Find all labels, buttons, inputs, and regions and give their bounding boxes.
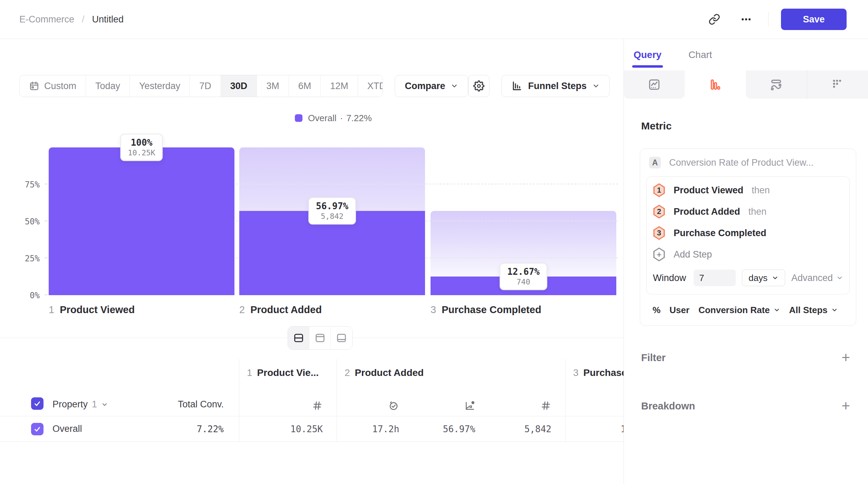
- table-header-row: Property 1 Total Conv. 1 Product Vie...: [0, 359, 624, 416]
- chart-settings-button[interactable]: [468, 75, 490, 97]
- measure-entity-select[interactable]: User: [669, 305, 689, 316]
- view-toggle-group: [288, 326, 353, 350]
- step-hexagon-badge: 2: [653, 205, 665, 219]
- column-step-number: 1: [247, 367, 252, 378]
- chart-type-flows[interactable]: [746, 70, 807, 99]
- table-row-left: Overall 7.22%: [0, 416, 239, 442]
- tab-chart[interactable]: Chart: [688, 39, 712, 70]
- date-preset-yesterday[interactable]: Yesterday: [130, 75, 190, 97]
- add-breakdown-button[interactable]: +: [841, 399, 850, 413]
- date-preset-12m[interactable]: 12M: [321, 75, 358, 97]
- filter-section: Filter +: [624, 345, 868, 370]
- metric-count-header[interactable]: [489, 400, 565, 411]
- measure-entity: User: [669, 305, 689, 316]
- check-icon: [33, 400, 41, 407]
- date-preset-6m[interactable]: 6M: [289, 75, 321, 97]
- tab-query[interactable]: Query: [634, 39, 662, 70]
- add-step-button[interactable]: + Add Step: [653, 244, 843, 265]
- view-toggle-table-only[interactable]: [331, 327, 352, 349]
- step-connector: then: [748, 206, 766, 217]
- metric-rate-header[interactable]: [413, 400, 489, 411]
- chart-type-line[interactable]: [624, 70, 685, 99]
- breakdown-section: Breakdown +: [624, 393, 868, 419]
- date-preset-3m[interactable]: 3M: [257, 75, 289, 97]
- y-axis-label: 75%: [18, 180, 40, 190]
- date-preset-30d[interactable]: 30D: [221, 75, 257, 97]
- date-preset-today[interactable]: Today: [86, 75, 130, 97]
- metric-time-header[interactable]: [566, 400, 624, 411]
- badge-percent: 12.67%: [507, 267, 540, 277]
- date-preset-7d[interactable]: 7D: [190, 75, 221, 97]
- cell-step2-count: 5,842: [489, 424, 565, 434]
- funnel-bar-step-3[interactable]: 12.67% 740: [431, 147, 616, 295]
- compare-button[interactable]: Compare: [395, 75, 468, 97]
- funnel-steps-card: 1 Product Viewed then 2 Product Added th…: [646, 176, 850, 294]
- header-divider: [768, 12, 769, 27]
- column-title[interactable]: 1 Product Vie...: [239, 367, 337, 378]
- column-title[interactable]: 3 Purchase Completed: [566, 367, 624, 378]
- y-axis-label: 25%: [18, 254, 40, 263]
- date-preset-custom[interactable]: Custom: [20, 75, 86, 97]
- breadcrumb-current[interactable]: Untitled: [92, 14, 124, 25]
- step-connector: then: [752, 185, 770, 196]
- chart-type-funnel[interactable]: [685, 70, 746, 99]
- more-menu-button[interactable]: [736, 10, 756, 29]
- chart-type-grid[interactable]: [807, 70, 868, 99]
- metric-time-header[interactable]: [337, 400, 413, 411]
- measure-metric-select[interactable]: Conversion Rate: [698, 305, 780, 316]
- step-event-name: Product Viewed: [674, 185, 743, 196]
- calendar-icon: [29, 81, 39, 91]
- save-button[interactable]: Save: [781, 9, 847, 30]
- badge-percent: 100%: [128, 137, 155, 148]
- step-hexagon-badge: 3: [653, 226, 665, 240]
- property-selector[interactable]: Property 1: [52, 399, 108, 410]
- chevron-down-icon: [451, 82, 458, 90]
- table-column-step-3: 3 Purchase Completed: [565, 359, 624, 416]
- metric-badge: A: [649, 157, 661, 168]
- window-unit-select[interactable]: days: [742, 270, 785, 286]
- step-number: 1: [657, 186, 661, 195]
- share-link-button[interactable]: [705, 10, 724, 29]
- add-step-hexagon-icon: +: [653, 248, 665, 261]
- step-row-2[interactable]: 2 Product Added then: [653, 201, 843, 222]
- x-axis-label-step-2: 2 Product Added: [239, 304, 322, 316]
- view-toggle-split[interactable]: [288, 327, 309, 349]
- metric-heading: Metric: [641, 120, 868, 132]
- row-checkbox[interactable]: [31, 423, 44, 435]
- chevron-down-icon: [592, 82, 600, 90]
- funnel-bar-step-1[interactable]: 100% 10.25K: [49, 147, 234, 295]
- metric-title-row[interactable]: A Conversion Rate of Product View...: [640, 149, 856, 176]
- step-row-3[interactable]: 3 Purchase Completed: [653, 222, 843, 244]
- step-row-1[interactable]: 1 Product Viewed then: [653, 180, 843, 201]
- add-filter-button[interactable]: +: [841, 350, 850, 365]
- chart-view-selector[interactable]: Funnel Steps: [501, 75, 610, 97]
- select-all-checkbox[interactable]: [31, 397, 44, 410]
- gear-icon: [473, 80, 484, 91]
- step-number: 1: [49, 304, 54, 316]
- table-row-overall[interactable]: Overall 7.22% 10.25K 17.2h 56.97% 5,842 …: [0, 416, 624, 442]
- badge-percent: 56.97%: [316, 201, 348, 211]
- column-title[interactable]: 2 Product Added: [337, 367, 565, 378]
- cell-step3-time: 1.9D: [566, 424, 624, 434]
- funnel-value-badge: 56.97% 5,842: [308, 197, 356, 225]
- window-value-input[interactable]: [694, 270, 736, 286]
- metric-count-header[interactable]: [239, 400, 337, 411]
- advanced-label: Advanced: [791, 273, 833, 283]
- x-axis-label-step-3: 3 Purchase Completed: [431, 304, 541, 316]
- breadcrumb-separator: /: [82, 14, 85, 25]
- breadcrumb-parent[interactable]: E-Commerce: [19, 14, 74, 25]
- advanced-toggle[interactable]: Advanced: [791, 273, 843, 283]
- chart-legend[interactable]: Overall · 7.22%: [49, 113, 618, 123]
- funnel-bar-solid[interactable]: [49, 147, 234, 295]
- view-toggle-chart-only[interactable]: [309, 327, 331, 349]
- top-panel-icon: [314, 332, 326, 344]
- date-range-group: Custom Today Yesterday 7D 30D 3M 6M 12M …: [19, 75, 383, 97]
- funnel-plot: 100% 10.25K 56.97% 5,842 1: [49, 147, 618, 295]
- date-preset-xtd[interactable]: XTD: [358, 75, 383, 97]
- chevron-down-icon: [831, 307, 838, 313]
- measure-scope-select[interactable]: All Steps: [789, 305, 838, 316]
- property-label: Property: [52, 399, 88, 410]
- table-header-left: Property 1 Total Conv.: [0, 359, 239, 416]
- funnel-bar-step-2[interactable]: 56.97% 5,842: [239, 147, 425, 295]
- y-axis-label: 50%: [18, 217, 40, 226]
